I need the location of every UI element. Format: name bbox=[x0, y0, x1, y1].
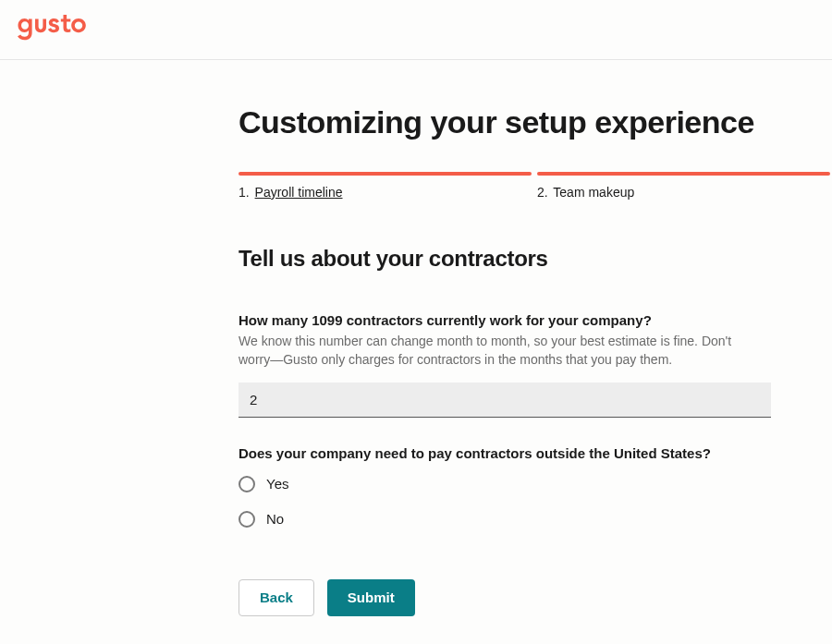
step-label: 2. Team makeup bbox=[537, 185, 830, 200]
radio-option-yes[interactable]: Yes bbox=[239, 476, 830, 492]
field-international-contractors: Does your company need to pay contractor… bbox=[239, 445, 830, 528]
radio-option-no[interactable]: No bbox=[239, 511, 830, 528]
step-bar bbox=[239, 172, 532, 176]
section-heading: Tell us about your contractors bbox=[239, 246, 830, 272]
main-content: Customizing your setup experience 1. Pay… bbox=[0, 60, 832, 616]
submit-button[interactable]: Submit bbox=[327, 579, 415, 616]
contractor-count-help: We know this number can change month to … bbox=[239, 332, 756, 370]
app-header bbox=[0, 0, 832, 60]
radio-label-yes: Yes bbox=[266, 476, 288, 492]
back-button[interactable]: Back bbox=[239, 579, 314, 616]
form-actions: Back Submit bbox=[239, 579, 830, 616]
page-title: Customizing your setup experience bbox=[239, 104, 830, 140]
international-label: Does your company need to pay contractor… bbox=[239, 445, 830, 461]
step-team-makeup: 2. Team makeup bbox=[537, 172, 830, 200]
step-payroll-timeline: 1. Payroll timeline bbox=[239, 172, 532, 200]
field-contractor-count: How many 1099 contractors currently work… bbox=[239, 312, 830, 445]
contractor-count-input[interactable] bbox=[239, 383, 771, 418]
step-number: 2. bbox=[537, 185, 548, 200]
contractor-count-label: How many 1099 contractors currently work… bbox=[239, 312, 830, 328]
radio-label-no: No bbox=[266, 511, 284, 527]
gusto-logo bbox=[17, 13, 815, 43]
international-radio-group: Yes No bbox=[239, 476, 830, 528]
radio-icon bbox=[239, 511, 255, 528]
step-text-team-makeup: Team makeup bbox=[553, 185, 634, 200]
step-bar bbox=[537, 172, 830, 176]
gusto-wordmark-icon bbox=[17, 13, 98, 43]
progress-steps: 1. Payroll timeline 2. Team makeup bbox=[239, 172, 830, 200]
radio-icon bbox=[239, 476, 255, 492]
step-link-payroll-timeline[interactable]: Payroll timeline bbox=[255, 185, 343, 200]
step-number: 1. bbox=[239, 185, 250, 200]
step-label: 1. Payroll timeline bbox=[239, 185, 532, 200]
